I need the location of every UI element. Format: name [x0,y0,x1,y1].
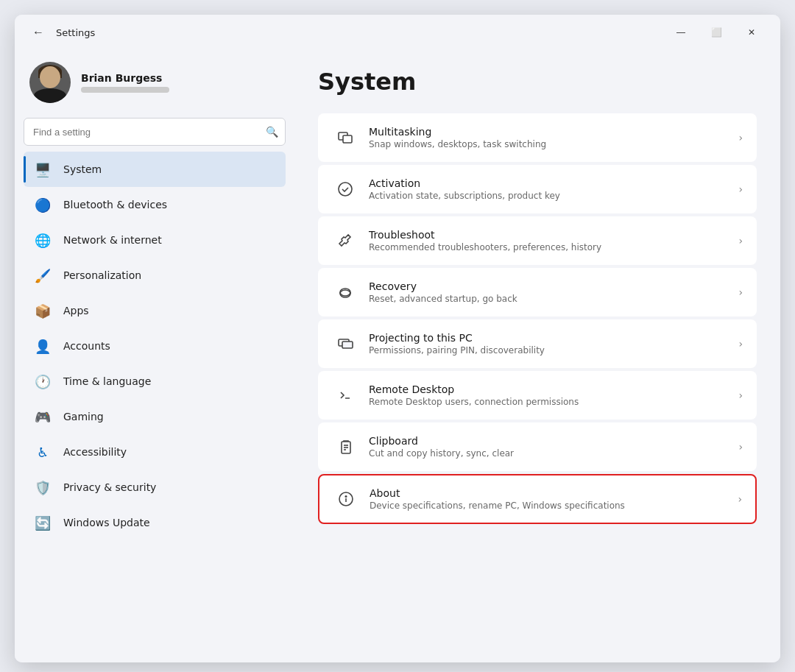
time-icon: 🕐 [32,371,53,392]
sidebar-item-label-time: Time & language [63,375,151,387]
main-content: System Multitasking Snap windows, deskto… [294,50,780,662]
accessibility-icon: ♿ [32,442,53,462]
about-icon [333,486,359,512]
sidebar: Brian Burgess 🔍 🖥️ System 🔵 Bluetooth & … [15,50,294,662]
network-icon: 🌐 [32,230,53,250]
troubleshoot-icon [332,227,358,254]
search-input[interactable] [24,118,286,146]
sidebar-item-update[interactable]: 🔄 Windows Update [24,505,286,540]
user-detail-bar [81,87,169,93]
user-section: Brian Burgess [24,50,286,118]
settings-item-multitasking[interactable]: Multitasking Snap windows, desktops, tas… [318,113,757,162]
sidebar-item-system[interactable]: 🖥️ System [24,152,286,187]
activation-icon [332,176,358,202]
projecting-chevron: › [738,338,743,350]
sidebar-item-label-gaming: Gaming [63,411,104,422]
gaming-icon: 🎮 [32,406,53,427]
remote-desktop-icon [332,382,358,408]
bluetooth-icon: 🔵 [32,194,53,215]
sidebar-item-label-privacy: Privacy & security [63,481,156,493]
sidebar-item-label-bluetooth: Bluetooth & devices [63,199,167,211]
avatar [29,62,71,103]
svg-rect-1 [343,135,352,143]
projecting-text: Projecting to this PC Permissions, pairi… [369,332,732,356]
clipboard-title: Clipboard [369,435,732,447]
sidebar-item-network[interactable]: 🌐 Network & internet [24,222,286,258]
settings-item-remote-desktop[interactable]: Remote Desktop Remote Desktop users, con… [318,371,757,420]
sidebar-item-time[interactable]: 🕐 Time & language [24,364,286,399]
sidebar-item-label-apps: Apps [63,305,89,316]
settings-item-troubleshoot[interactable]: Troubleshoot Recommended troubleshooters… [318,216,757,265]
sidebar-item-apps[interactable]: 📦 Apps [24,293,286,328]
sidebar-item-label-network: Network & internet [63,234,162,246]
recovery-chevron: › [738,286,743,298]
sidebar-item-label-personalization: Personalization [63,269,141,281]
clipboard-subtitle: Cut and copy history, sync, clear [369,448,732,459]
projecting-icon [332,330,358,357]
troubleshoot-title: Troubleshoot [369,229,732,241]
sidebar-item-accounts[interactable]: 👤 Accounts [24,328,286,364]
clipboard-chevron: › [738,441,743,453]
sidebar-item-gaming[interactable]: 🎮 Gaming [24,399,286,434]
titlebar-title: Settings [56,27,95,38]
svg-rect-6 [342,342,353,348]
accounts-icon: 👤 [32,336,53,356]
titlebar: ← Settings — ⬜ ✕ [15,15,780,50]
close-button[interactable]: ✕ [735,21,768,44]
about-title: About [370,487,732,499]
minimize-button[interactable]: — [664,21,698,44]
settings-window: ← Settings — ⬜ ✕ Brian Burgess [15,15,780,662]
settings-item-about[interactable]: About Device specifications, rename PC, … [318,474,757,524]
about-chevron: › [738,493,742,505]
settings-item-activation[interactable]: Activation Activation state, subscriptio… [318,165,757,213]
recovery-icon [332,279,358,305]
user-name: Brian Burgess [81,72,169,84]
sidebar-item-bluetooth[interactable]: 🔵 Bluetooth & devices [24,187,286,222]
multitasking-chevron: › [738,132,743,144]
settings-list: Multitasking Snap windows, desktops, tas… [318,113,757,524]
multitasking-title: Multitasking [369,126,732,138]
clipboard-text: Clipboard Cut and copy history, sync, cl… [369,435,732,459]
page-title: System [318,68,757,96]
projecting-title: Projecting to this PC [369,332,732,344]
sidebar-item-label-system: System [63,163,102,175]
about-text: About Device specifications, rename PC, … [370,487,732,511]
settings-item-projecting[interactable]: Projecting to this PC Permissions, pairi… [318,319,757,368]
update-icon: 🔄 [32,512,53,533]
sidebar-item-label-update: Windows Update [63,517,150,528]
sidebar-item-privacy[interactable]: 🛡️ Privacy & security [24,470,286,505]
activation-text: Activation Activation state, subscriptio… [369,177,732,201]
remote-desktop-title: Remote Desktop [369,383,732,395]
maximize-button[interactable]: ⬜ [699,21,733,44]
privacy-icon: 🛡️ [32,477,53,498]
sidebar-item-label-accounts: Accounts [63,340,110,352]
multitasking-icon [332,124,358,151]
troubleshoot-subtitle: Recommended troubleshooters, preferences… [369,242,732,252]
recovery-subtitle: Reset, advanced startup, go back [369,294,732,304]
remote-desktop-chevron: › [738,389,743,401]
sidebar-item-label-accessibility: Accessibility [63,446,127,458]
activation-chevron: › [738,183,743,195]
settings-item-clipboard[interactable]: Clipboard Cut and copy history, sync, cl… [318,422,757,471]
remote-desktop-subtitle: Remote Desktop users, connection permiss… [369,397,732,407]
activation-subtitle: Activation state, subscriptions, product… [369,191,732,201]
settings-item-recovery[interactable]: Recovery Reset, advanced startup, go bac… [318,268,757,316]
svg-point-13 [345,496,347,498]
recovery-title: Recovery [369,280,732,292]
system-icon: 🖥️ [32,159,53,180]
sidebar-item-personalization[interactable]: 🖌️ Personalization [24,258,286,293]
multitasking-subtitle: Snap windows, desktops, task switching [369,139,732,149]
nav-list: 🖥️ System 🔵 Bluetooth & devices 🌐 Networ… [24,152,286,540]
apps-icon: 📦 [32,300,53,321]
clipboard-icon [332,434,358,460]
sidebar-item-accessibility[interactable]: ♿ Accessibility [24,434,286,470]
troubleshoot-chevron: › [738,235,743,247]
back-button[interactable]: ← [26,21,50,44]
personalization-icon: 🖌️ [32,265,53,286]
about-subtitle: Device specifications, rename PC, Window… [370,501,732,511]
projecting-subtitle: Permissions, pairing PIN, discoverabilit… [369,345,732,356]
user-info: Brian Burgess [81,72,169,93]
svg-point-2 [339,183,352,196]
search-box: 🔍 [24,118,286,146]
activation-title: Activation [369,177,732,189]
